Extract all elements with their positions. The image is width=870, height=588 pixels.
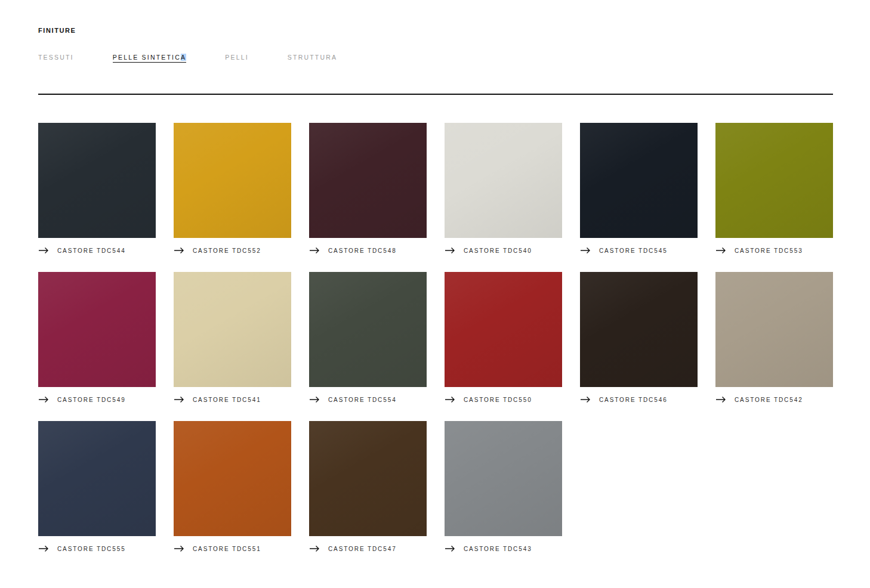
swatch-item[interactable]: CASTORE TDC544 xyxy=(38,123,156,255)
swatch-image[interactable] xyxy=(309,421,427,536)
swatch-item[interactable]: CASTORE TDC545 xyxy=(580,123,698,255)
swatch-image[interactable] xyxy=(38,421,156,536)
swatch-label-row[interactable]: CASTORE TDC546 xyxy=(580,395,698,404)
swatch-item[interactable]: CASTORE TDC552 xyxy=(174,123,291,255)
swatch-image[interactable] xyxy=(38,123,156,238)
tab-tessuti[interactable]: TESSUTI xyxy=(38,54,74,61)
swatch-label-row[interactable]: CASTORE TDC554 xyxy=(309,395,427,404)
swatch-label-row[interactable]: CASTORE TDC555 xyxy=(38,544,156,553)
swatch-label: CASTORE TDC550 xyxy=(464,397,532,403)
page-title: FINITURE xyxy=(38,27,833,34)
tab-pelle-sintetica[interactable]: PELLE SINTETICA xyxy=(113,54,186,63)
swatch-label-row[interactable]: CASTORE TDC544 xyxy=(38,246,156,255)
swatch-label-row[interactable]: CASTORE TDC542 xyxy=(715,395,833,404)
swatch-label-row[interactable]: CASTORE TDC548 xyxy=(309,246,427,255)
arrow-right-icon xyxy=(174,545,184,552)
swatch-item[interactable]: CASTORE TDC546 xyxy=(580,272,698,404)
swatch-label: CASTORE TDC546 xyxy=(599,397,668,403)
swatch-label-row[interactable]: CASTORE TDC551 xyxy=(174,544,291,553)
header-divider xyxy=(38,94,833,95)
swatch-grid: CASTORE TDC544 CASTORE TDC552 CASTORE TD… xyxy=(38,123,833,553)
swatch-item[interactable]: CASTORE TDC541 xyxy=(174,272,291,404)
swatch-image[interactable] xyxy=(38,272,156,387)
tab-label-main: PELLE SINTETIC xyxy=(113,54,181,61)
swatch-image[interactable] xyxy=(309,123,427,238)
swatch-image[interactable] xyxy=(174,421,291,536)
swatch-image[interactable] xyxy=(309,272,427,387)
swatch-label: CASTORE TDC549 xyxy=(57,397,126,403)
arrow-right-icon xyxy=(38,247,49,254)
tab-label-selected-text: A xyxy=(181,54,186,61)
swatch-image[interactable] xyxy=(445,123,562,238)
swatch-label: CASTORE TDC543 xyxy=(464,546,532,552)
swatch-label: CASTORE TDC552 xyxy=(193,247,261,254)
swatch-label: CASTORE TDC555 xyxy=(57,546,126,552)
arrow-right-icon xyxy=(38,396,49,403)
swatch-label: CASTORE TDC544 xyxy=(57,247,126,254)
swatch-item[interactable]: CASTORE TDC548 xyxy=(309,123,427,255)
swatch-item[interactable]: CASTORE TDC540 xyxy=(445,123,562,255)
arrow-right-icon xyxy=(445,545,455,552)
arrow-right-icon xyxy=(715,247,726,254)
swatch-label: CASTORE TDC542 xyxy=(735,397,803,403)
swatch-label: CASTORE TDC548 xyxy=(328,247,397,254)
swatch-label-row[interactable]: CASTORE TDC552 xyxy=(174,246,291,255)
swatch-item[interactable]: CASTORE TDC550 xyxy=(445,272,562,404)
swatch-item[interactable]: CASTORE TDC547 xyxy=(309,421,427,553)
swatch-item[interactable]: CASTORE TDC553 xyxy=(715,123,833,255)
arrow-right-icon xyxy=(580,396,591,403)
swatch-label: CASTORE TDC551 xyxy=(193,546,261,552)
swatch-item[interactable]: CASTORE TDC549 xyxy=(38,272,156,404)
swatch-label-row[interactable]: CASTORE TDC550 xyxy=(445,395,562,404)
swatch-item[interactable]: CASTORE TDC543 xyxy=(445,421,562,553)
swatch-image[interactable] xyxy=(174,272,291,387)
swatch-label-row[interactable]: CASTORE TDC541 xyxy=(174,395,291,404)
swatch-label-row[interactable]: CASTORE TDC553 xyxy=(715,246,833,255)
arrow-right-icon xyxy=(580,247,591,254)
swatch-label-row[interactable]: CASTORE TDC543 xyxy=(445,544,562,553)
swatch-image[interactable] xyxy=(580,272,698,387)
swatch-label: CASTORE TDC540 xyxy=(464,247,532,254)
swatch-image[interactable] xyxy=(445,421,562,536)
arrow-right-icon xyxy=(309,247,320,254)
swatch-item[interactable]: CASTORE TDC542 xyxy=(715,272,833,404)
arrow-right-icon xyxy=(445,396,455,403)
arrow-right-icon xyxy=(309,545,320,552)
finishes-page: FINITURE TESSUTI PELLE SINTETICA PELLI S… xyxy=(0,0,870,588)
arrow-right-icon xyxy=(715,396,726,403)
swatch-label: CASTORE TDC545 xyxy=(599,247,668,254)
swatch-label: CASTORE TDC547 xyxy=(328,546,397,552)
swatch-label-row[interactable]: CASTORE TDC547 xyxy=(309,544,427,553)
tab-struttura[interactable]: STRUTTURA xyxy=(288,54,337,61)
arrow-right-icon xyxy=(174,396,184,403)
swatch-label: CASTORE TDC554 xyxy=(328,397,397,403)
swatch-label: CASTORE TDC553 xyxy=(735,247,803,254)
tab-pelli[interactable]: PELLI xyxy=(225,54,249,61)
swatch-label: CASTORE TDC541 xyxy=(193,397,261,403)
swatch-label-row[interactable]: CASTORE TDC549 xyxy=(38,395,156,404)
swatch-image[interactable] xyxy=(174,123,291,238)
swatch-item[interactable]: CASTORE TDC551 xyxy=(174,421,291,553)
arrow-right-icon xyxy=(174,247,184,254)
swatch-image[interactable] xyxy=(715,272,833,387)
arrow-right-icon xyxy=(309,396,320,403)
swatch-image[interactable] xyxy=(445,272,562,387)
swatch-image[interactable] xyxy=(715,123,833,238)
arrow-right-icon xyxy=(38,545,49,552)
swatch-item[interactable]: CASTORE TDC555 xyxy=(38,421,156,553)
swatch-label-row[interactable]: CASTORE TDC540 xyxy=(445,246,562,255)
swatch-item[interactable]: CASTORE TDC554 xyxy=(309,272,427,404)
swatch-image[interactable] xyxy=(580,123,698,238)
arrow-right-icon xyxy=(445,247,455,254)
finish-tabs: TESSUTI PELLE SINTETICA PELLI STRUTTURA xyxy=(38,54,833,63)
swatch-label-row[interactable]: CASTORE TDC545 xyxy=(580,246,698,255)
